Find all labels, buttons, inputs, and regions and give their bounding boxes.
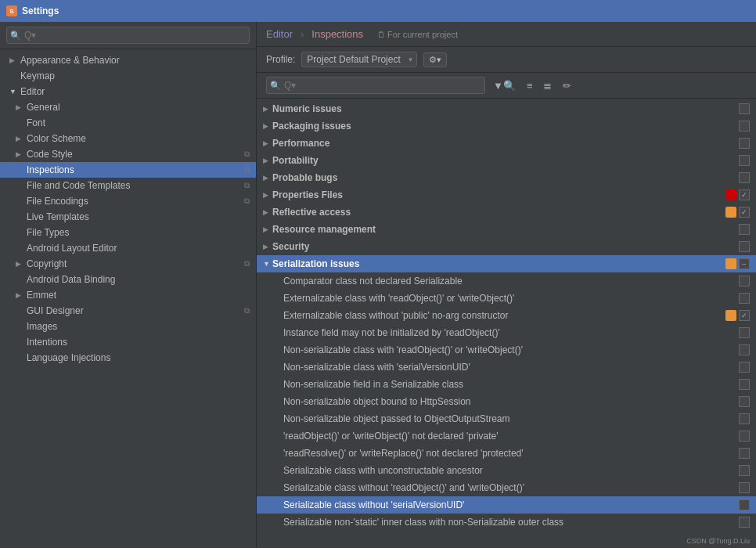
check-box[interactable] xyxy=(739,499,750,510)
check-box[interactable] xyxy=(739,379,750,390)
profile-select[interactable]: Project Default Project xyxy=(301,52,417,67)
check-box[interactable] xyxy=(739,362,750,373)
arrow-icon: ▶ xyxy=(16,150,23,158)
check-box[interactable] xyxy=(739,431,750,442)
sidebar-item-keymap[interactable]: Keymap xyxy=(0,68,256,84)
insp-item-externalizable-readobj[interactable]: Externalizable class with 'readObject()'… xyxy=(257,290,756,307)
sidebar-search-input[interactable] xyxy=(6,27,250,44)
check-box[interactable] xyxy=(739,465,750,476)
check-box[interactable]: ✓ xyxy=(739,310,750,321)
insp-item-numeric[interactable]: ▶Numeric issues xyxy=(257,100,756,117)
insp-item-properties-files[interactable]: ▶Properties Files✓ xyxy=(257,186,756,204)
check-box[interactable] xyxy=(739,413,750,424)
insp-item-serial-non-static-inner[interactable]: Serializable non-'static' inner class wi… xyxy=(257,514,756,531)
collapse-all-button[interactable]: ≣ xyxy=(540,78,555,93)
insp-item-label: Non-serializable field in a Serializable… xyxy=(283,379,725,390)
insp-item-performance[interactable]: ▶Performance xyxy=(257,135,756,152)
insp-item-serial-unconstructable[interactable]: Serializable class with unconstructable … xyxy=(257,462,756,479)
insp-item-label: 'readObject()' or 'writeObject()' not de… xyxy=(283,431,725,442)
insp-item-serial-no-readobj-writeobj[interactable]: Serializable class without 'readObject()… xyxy=(257,479,756,496)
breadcrumb-root[interactable]: Editor xyxy=(266,28,293,40)
insp-item-serialization[interactable]: ▼Serialization issues− xyxy=(257,255,756,272)
check-box[interactable] xyxy=(739,448,750,459)
sidebar-item-language-injections[interactable]: Language Injections xyxy=(0,350,256,366)
sidebar-item-editor[interactable]: ▼Editor xyxy=(0,84,256,99)
arrow-icon: ▶ xyxy=(9,56,17,64)
insp-item-portability[interactable]: ▶Portability xyxy=(257,152,756,169)
copy-icon: ⧉ xyxy=(244,150,250,159)
insp-item-non-serial-field[interactable]: Non-serializable field in a Serializable… xyxy=(257,376,756,393)
insp-item-security[interactable]: ▶Security xyxy=(257,238,756,255)
sidebar-item-general[interactable]: ▶General xyxy=(0,99,256,115)
inspections-toolbar: 🔍 ▼🔍 ≡ ≣ ✏ xyxy=(257,73,756,99)
insp-item-comparator[interactable]: Comparator class not declared Serializab… xyxy=(257,272,756,290)
insp-item-label: Serialization issues xyxy=(272,258,722,269)
check-box[interactable] xyxy=(739,155,750,166)
insp-item-reflective-access[interactable]: ▶Reflective access✓ xyxy=(257,204,756,221)
insp-item-serial-no-uid[interactable]: Serializable class without 'serialVersio… xyxy=(257,496,756,514)
inspections-search-input[interactable] xyxy=(266,77,485,94)
sidebar-item-android-data[interactable]: Android Data Binding xyxy=(0,272,256,287)
sidebar-item-color-scheme[interactable]: ▶Color Scheme xyxy=(0,131,256,146)
sidebar-item-emmet[interactable]: ▶Emmet xyxy=(0,287,256,303)
insp-item-label: Externalizable class without 'public' no… xyxy=(283,310,722,321)
sidebar-item-file-types[interactable]: File Types xyxy=(0,225,256,240)
sidebar-item-code-style[interactable]: ▶Code Style⧉ xyxy=(0,146,256,162)
insp-item-non-serial-http[interactable]: Non-serializable object bound to HttpSes… xyxy=(257,393,756,410)
sidebar-item-copyright[interactable]: ▶Copyright⧉ xyxy=(0,256,256,272)
arrow-icon: ▶ xyxy=(16,291,23,299)
check-box[interactable] xyxy=(739,327,750,338)
sidebar-item-gui-designer[interactable]: GUI Designer⧉ xyxy=(0,303,256,319)
sidebar-item-live-templates[interactable]: Live Templates xyxy=(0,209,256,225)
minus-box[interactable]: − xyxy=(739,258,750,269)
insp-item-externalizable-noarg[interactable]: Externalizable class without 'public' no… xyxy=(257,307,756,324)
check-box[interactable] xyxy=(739,517,750,528)
insp-item-non-serial-readobj[interactable]: Non-serializable class with 'readObject(… xyxy=(257,341,756,359)
check-box[interactable] xyxy=(739,121,750,132)
insp-item-probable-bugs[interactable]: ▶Probable bugs xyxy=(257,169,756,186)
insp-item-label: Non-serializable object bound to HttpSes… xyxy=(283,396,725,407)
insp-item-readresolve-protected[interactable]: 'readResolve()' or 'writeReplace()' not … xyxy=(257,445,756,462)
insp-item-packaging[interactable]: ▶Packaging issues xyxy=(257,117,756,135)
check-box[interactable] xyxy=(739,344,750,355)
filter-button[interactable]: ▼🔍 xyxy=(490,78,519,93)
profile-gear-button[interactable]: ⚙▾ xyxy=(423,52,447,67)
sidebar-item-intentions[interactable]: Intentions xyxy=(0,334,256,350)
check-box[interactable]: ✓ xyxy=(739,189,750,200)
check-box[interactable] xyxy=(739,224,750,235)
check-box[interactable] xyxy=(739,396,750,407)
sidebar-search-area: 🔍 xyxy=(0,22,256,49)
insp-item-non-serial-versionuid[interactable]: Non-serializable class with 'serialVersi… xyxy=(257,359,756,376)
reset-button[interactable]: ✏ xyxy=(560,78,574,93)
copy-icon: ⧉ xyxy=(244,181,250,190)
check-box[interactable]: ✓ xyxy=(739,207,750,218)
sidebar-item-font[interactable]: Font xyxy=(0,115,256,131)
insp-item-label: Security xyxy=(272,241,725,252)
expand-all-button[interactable]: ≡ xyxy=(524,78,536,93)
sidebar-item-file-encodings[interactable]: File Encodings⧉ xyxy=(0,193,256,209)
check-box[interactable] xyxy=(739,103,750,114)
check-box[interactable] xyxy=(739,172,750,183)
sidebar-item-label: Editor xyxy=(20,86,45,97)
check-box[interactable] xyxy=(739,276,750,287)
insp-item-instance-field[interactable]: Instance field may not be initialized by… xyxy=(257,324,756,341)
insp-item-label: Performance xyxy=(272,138,725,149)
sidebar-item-file-code-templates[interactable]: File and Code Templates⧉ xyxy=(0,178,256,193)
inspections-search-area: 🔍 xyxy=(266,77,485,94)
check-box[interactable] xyxy=(739,482,750,493)
sidebar-item-appearance[interactable]: ▶Appearance & Behavior xyxy=(0,52,256,68)
check-box[interactable] xyxy=(739,241,750,252)
check-box[interactable] xyxy=(739,293,750,304)
sidebar-item-inspections[interactable]: Inspections⧉ xyxy=(0,162,256,178)
insp-item-non-serial-outputstream[interactable]: Non-serializable object passed to Object… xyxy=(257,410,756,427)
sidebar-item-label: Language Injections xyxy=(27,352,110,363)
check-box[interactable] xyxy=(739,138,750,149)
insp-item-readobj-private[interactable]: 'readObject()' or 'writeObject()' not de… xyxy=(257,427,756,445)
insp-item-resource-management[interactable]: ▶Resource management xyxy=(257,221,756,238)
insp-arrow-icon: ▶ xyxy=(263,105,272,113)
sidebar-item-images[interactable]: Images xyxy=(0,319,256,334)
insp-item-label: Probable bugs xyxy=(272,172,725,183)
insp-item-label: Portability xyxy=(272,155,725,166)
sidebar-item-android-layout[interactable]: Android Layout Editor xyxy=(0,240,256,256)
severity-dot xyxy=(725,189,736,200)
